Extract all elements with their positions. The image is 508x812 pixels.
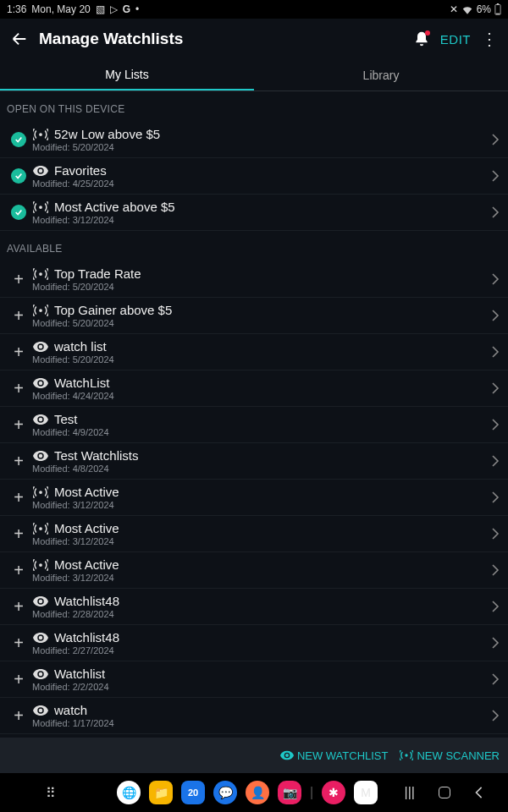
new-watchlist-button[interactable]: NEW WATCHLIST bbox=[280, 749, 389, 762]
row-title: Most Active above $5 bbox=[54, 200, 175, 214]
add-button[interactable]: + bbox=[8, 270, 29, 289]
row-main: Most ActiveModified: 3/12/2024 bbox=[32, 557, 491, 583]
row-modified: Modified: 5/20/2024 bbox=[32, 354, 491, 365]
play-icon: ▷ bbox=[110, 3, 118, 15]
row-modified: Modified: 2/2/2024 bbox=[32, 682, 491, 692]
row-main: Watchlist48Modified: 2/28/2024 bbox=[32, 594, 491, 619]
row-title: Most Active bbox=[54, 521, 119, 535]
row-title: Watchlist48 bbox=[54, 594, 119, 608]
watchlist-row[interactable]: +Test WatchlistsModified: 4/8/2024 bbox=[0, 443, 508, 480]
add-button[interactable]: + bbox=[8, 670, 29, 689]
bottom-action-bar: NEW WATCHLIST NEW SCANNER bbox=[0, 738, 508, 773]
watchlist-row[interactable]: +Watchlist48Modified: 2/28/2024 bbox=[0, 589, 508, 625]
app-icon-gmail[interactable]: M bbox=[354, 781, 378, 804]
app-icon-calendar[interactable]: 20 bbox=[181, 781, 205, 804]
add-button[interactable]: + bbox=[8, 706, 29, 726]
chevron-right-icon bbox=[491, 563, 500, 577]
app-divider: | bbox=[310, 785, 313, 800]
add-button[interactable]: + bbox=[8, 379, 29, 398]
watchlist-row[interactable]: +Top Trade RateModified: 5/20/2024 bbox=[0, 261, 508, 298]
svg-point-6 bbox=[39, 309, 42, 312]
watchlist-row[interactable]: +Most ActiveModified: 3/12/2024 bbox=[0, 552, 508, 589]
add-button[interactable]: + bbox=[8, 634, 29, 653]
add-button[interactable]: + bbox=[8, 415, 29, 435]
watchlist-row[interactable]: +Most ActiveModified: 3/12/2024 bbox=[0, 516, 508, 552]
row-main: TestModified: 4/9/2024 bbox=[32, 412, 491, 437]
status-bar: 1:36 Mon, May 20 ▧ ▷ G • ✕ 6% bbox=[0, 0, 508, 19]
back-icon[interactable] bbox=[10, 30, 29, 48]
tab-library[interactable]: Library bbox=[254, 59, 508, 91]
add-button[interactable]: + bbox=[8, 452, 29, 471]
eye-icon bbox=[32, 451, 49, 461]
watchlist-row[interactable]: +Top Gainer above $5Modified: 5/20/2024 bbox=[0, 298, 508, 334]
watchlist-row[interactable]: FavoritesModified: 4/25/2024 bbox=[0, 158, 508, 195]
mute-icon: ✕ bbox=[450, 3, 458, 15]
watchlist-row[interactable]: +TestModified: 4/9/2024 bbox=[0, 407, 508, 443]
watchlist-scroll[interactable]: OPEN ON THIS DEVICE 52w Low above $5Modi… bbox=[0, 91, 508, 753]
edit-button[interactable]: EDIT bbox=[440, 32, 471, 47]
watchlist-row[interactable]: +WatchlistModified: 2/2/2024 bbox=[0, 661, 508, 698]
row-main: Test WatchlistsModified: 4/8/2024 bbox=[32, 448, 491, 474]
recents-button[interactable]: ||| bbox=[405, 785, 415, 800]
chevron-right-icon bbox=[491, 709, 500, 722]
watchlist-row[interactable]: Most Active above $5Modified: 3/12/2024 bbox=[0, 195, 508, 231]
add-button[interactable]: + bbox=[8, 306, 29, 326]
watchlist-row[interactable]: +watchModified: 1/17/2024 bbox=[0, 698, 508, 734]
signal-icon bbox=[400, 750, 413, 760]
row-main: FavoritesModified: 4/25/2024 bbox=[32, 163, 491, 189]
row-modified: Modified: 4/9/2024 bbox=[32, 427, 491, 437]
add-button[interactable]: + bbox=[8, 343, 29, 362]
wifi-icon bbox=[461, 4, 473, 14]
row-modified: Modified: 4/24/2024 bbox=[32, 391, 491, 401]
overflow-menu-icon[interactable]: ⋮ bbox=[481, 30, 498, 47]
add-button[interactable]: + bbox=[8, 524, 29, 544]
watchlist-row[interactable]: +WatchListModified: 4/24/2024 bbox=[0, 370, 508, 407]
svg-point-4 bbox=[39, 206, 42, 209]
home-button[interactable] bbox=[439, 787, 450, 798]
add-button[interactable]: + bbox=[8, 597, 29, 617]
signal-icon bbox=[32, 129, 49, 140]
app-drawer-icon[interactable]: ⠿ bbox=[46, 785, 56, 801]
new-scanner-label: NEW SCANNER bbox=[417, 749, 500, 762]
section-open-on-device: OPEN ON THIS DEVICE bbox=[0, 91, 508, 122]
app-icon-messages[interactable]: 💬 bbox=[213, 781, 237, 804]
bell-icon[interactable] bbox=[413, 30, 430, 47]
row-modified: Modified: 3/12/2024 bbox=[32, 500, 491, 510]
row-title: watch bbox=[54, 703, 87, 717]
app-icon-camera[interactable]: 📷 bbox=[278, 781, 301, 804]
add-button[interactable]: + bbox=[8, 561, 29, 580]
svg-point-5 bbox=[39, 272, 42, 276]
app-icon-chrome[interactable]: 🌐 bbox=[117, 781, 141, 804]
app-icon-contacts[interactable]: 👤 bbox=[246, 781, 269, 804]
signal-icon bbox=[32, 523, 49, 535]
row-title: Test Watchlists bbox=[54, 448, 138, 463]
app-icon-files[interactable]: 📁 bbox=[149, 781, 173, 804]
new-scanner-button[interactable]: NEW SCANNER bbox=[400, 749, 500, 762]
add-button[interactable]: + bbox=[8, 488, 29, 508]
row-title: Favorites bbox=[54, 163, 107, 178]
watchlist-row[interactable]: +watch listModified: 5/20/2024 bbox=[0, 334, 508, 370]
tab-my-lists[interactable]: My Lists bbox=[0, 59, 254, 91]
back-button[interactable] bbox=[474, 787, 484, 798]
watchlist-row[interactable]: 52w Low above $5Modified: 5/20/2024 bbox=[0, 122, 508, 158]
signal-icon bbox=[32, 559, 49, 571]
chevron-right-icon bbox=[491, 491, 500, 504]
chevron-right-icon bbox=[491, 133, 500, 146]
chevron-right-icon bbox=[491, 381, 500, 395]
clock: 1:36 bbox=[7, 3, 26, 15]
eye-icon bbox=[32, 596, 49, 606]
checked-icon bbox=[8, 205, 29, 220]
watchlist-row[interactable]: +Most ActiveModified: 3/12/2024 bbox=[0, 480, 508, 516]
chevron-right-icon bbox=[491, 309, 500, 322]
row-main: Top Trade RateModified: 5/20/2024 bbox=[32, 266, 491, 292]
chevron-right-icon bbox=[491, 527, 500, 540]
row-main: Top Gainer above $5Modified: 5/20/2024 bbox=[32, 303, 491, 328]
watchlist-row[interactable]: +Watchlist48Modified: 2/27/2024 bbox=[0, 625, 508, 661]
row-modified: Modified: 4/25/2024 bbox=[32, 178, 491, 189]
svg-rect-1 bbox=[497, 3, 499, 5]
row-main: watchModified: 1/17/2024 bbox=[32, 703, 491, 728]
battery-pct: 6% bbox=[477, 3, 491, 15]
eye-icon bbox=[32, 166, 49, 176]
app-icon-asterisk[interactable]: ✱ bbox=[322, 781, 345, 804]
row-title: Test bbox=[54, 412, 78, 426]
